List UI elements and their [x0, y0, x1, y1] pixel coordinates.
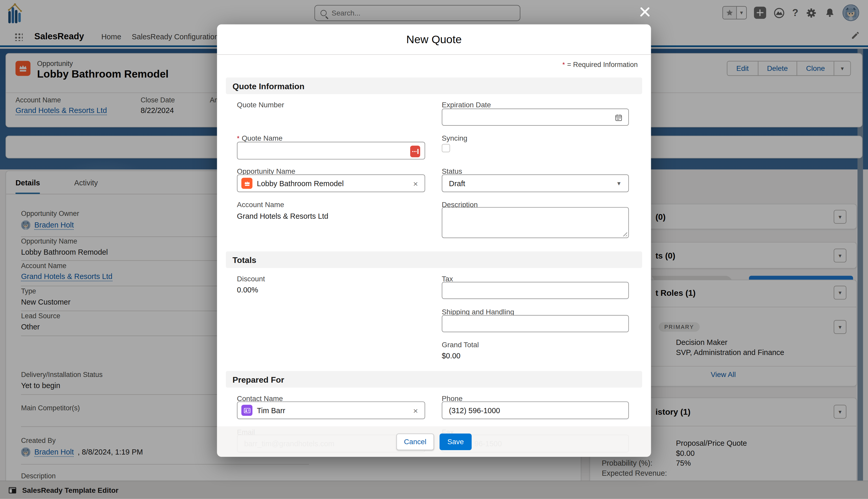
- contact-lookup-pill[interactable]: Tim Barr ×: [237, 402, 425, 419]
- new-quote-modal: New Quote *= Required Information Quote …: [217, 24, 651, 457]
- description-textarea[interactable]: [442, 207, 629, 238]
- section-totals: Totals: [226, 251, 642, 268]
- tax-input[interactable]: [442, 282, 629, 299]
- status-select[interactable]: Draft ▼: [442, 174, 629, 192]
- quote-number-label: Quote Number: [237, 101, 284, 109]
- grand-total-value: $0.00: [442, 352, 460, 360]
- account-name-value: Grand Hotels & Resorts Ltd: [237, 212, 328, 220]
- select-chevron-down-icon: ▼: [616, 180, 622, 186]
- account-name-label: Account Name: [237, 200, 284, 209]
- modal-close-icon[interactable]: [638, 4, 652, 19]
- modal-title: New Quote: [406, 33, 462, 46]
- modal-header: New Quote: [217, 24, 651, 55]
- required-asterisk: *: [562, 61, 565, 69]
- syncing-label: Syncing: [442, 134, 467, 142]
- contact-icon: [241, 405, 252, 416]
- modal-footer: Cancel Save: [217, 426, 651, 457]
- shipping-input[interactable]: [442, 315, 629, 332]
- quote-name-input[interactable]: •••: [237, 142, 425, 159]
- opportunity-pill-value: Lobby Bathroom Remodel: [257, 179, 406, 187]
- phone-input[interactable]: (312) 596-1000: [442, 402, 629, 419]
- section-quote-information: Quote Information: [226, 77, 642, 94]
- expiration-date-input[interactable]: [442, 109, 629, 126]
- viewport: ▼ ? SalesReady Home SalesReady Configura…: [0, 0, 868, 499]
- discount-label: Discount: [237, 275, 265, 283]
- remove-opportunity-icon[interactable]: ×: [413, 179, 418, 188]
- status-value: Draft: [449, 179, 465, 187]
- remove-contact-icon[interactable]: ×: [413, 406, 418, 415]
- expiration-date-label: Expiration Date: [442, 101, 491, 109]
- save-button[interactable]: Save: [439, 433, 471, 450]
- syncing-checkbox[interactable]: [442, 144, 450, 152]
- grand-total-label: Grand Total: [442, 341, 479, 349]
- cancel-button[interactable]: Cancel: [396, 433, 434, 450]
- discount-value: 0.00%: [237, 286, 258, 294]
- section-prepared-for: Prepared For: [226, 371, 642, 388]
- required-information-note: *= Required Information: [562, 61, 638, 69]
- quote-name-label: *Quote Name: [237, 134, 283, 142]
- opportunity-lookup-pill[interactable]: Lobby Bathroom Remodel ×: [237, 174, 425, 192]
- opportunity-icon: [241, 178, 252, 189]
- autofill-extension-icon[interactable]: •••: [410, 146, 420, 157]
- calendar-icon[interactable]: [615, 113, 623, 122]
- contact-pill-value: Tim Barr: [257, 406, 406, 414]
